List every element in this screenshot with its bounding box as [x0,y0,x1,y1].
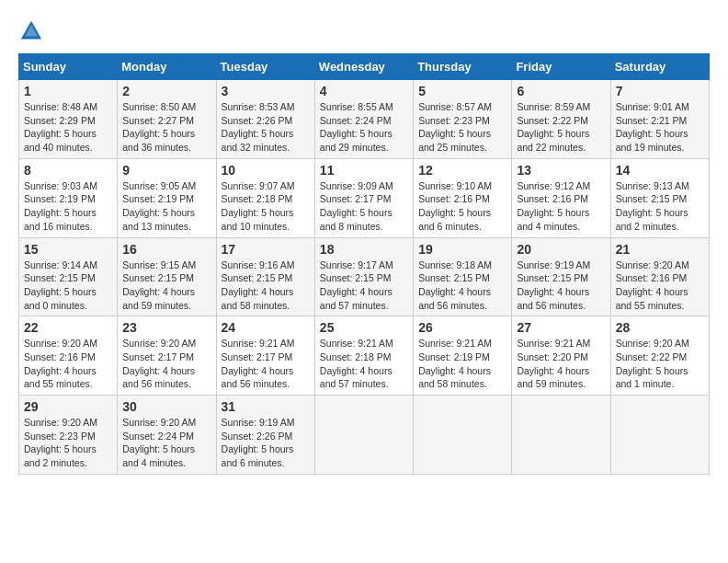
day-number: 5 [418,84,506,98]
calendar-cell: 31Sunrise: 9:19 AMSunset: 2:26 PMDayligh… [216,396,314,475]
day-number: 15 [24,242,112,257]
weekday-header: Monday [118,54,216,80]
day-info: Sunrise: 9:09 AMSunset: 2:17 PMDaylight:… [320,179,408,234]
day-number: 22 [24,320,112,335]
calendar-cell: 10Sunrise: 9:07 AMSunset: 2:18 PMDayligh… [216,158,314,237]
day-number: 1 [24,84,112,98]
day-number: 29 [24,399,112,414]
calendar-cell: 23Sunrise: 9:20 AMSunset: 2:17 PMDayligh… [118,316,216,396]
calendar-cell: 12Sunrise: 9:10 AMSunset: 2:16 PMDayligh… [414,158,512,237]
day-number: 6 [517,84,605,98]
calendar-cell: 19Sunrise: 9:18 AMSunset: 2:15 PMDayligh… [414,237,512,316]
weekday-header: Saturday [610,54,709,80]
calendar-cell [414,396,512,475]
day-info: Sunrise: 9:13 AMSunset: 2:15 PMDaylight:… [616,179,704,234]
calendar-cell: 27Sunrise: 9:21 AMSunset: 2:20 PMDayligh… [512,316,610,396]
calendar-cell: 22Sunrise: 9:20 AMSunset: 2:16 PMDayligh… [19,316,118,396]
calendar-cell: 8Sunrise: 9:03 AMSunset: 2:19 PMDaylight… [19,158,118,237]
day-number: 12 [418,163,506,178]
day-number: 24 [222,320,310,335]
day-info: Sunrise: 9:17 AMSunset: 2:15 PMDaylight:… [320,259,408,313]
day-number: 7 [616,84,704,98]
day-info: Sunrise: 9:14 AMSunset: 2:15 PMDaylight:… [24,259,112,313]
day-info: Sunrise: 9:20 AMSunset: 2:16 PMDaylight:… [24,337,112,391]
calendar-cell: 15Sunrise: 9:14 AMSunset: 2:15 PMDayligh… [19,237,118,316]
calendar-cell [610,396,709,475]
day-number: 4 [320,84,408,98]
weekday-header: Friday [512,54,610,80]
calendar-cell: 7Sunrise: 9:01 AMSunset: 2:21 PMDaylight… [610,80,709,159]
day-info: Sunrise: 9:20 AMSunset: 2:22 PMDaylight:… [616,337,704,391]
day-number: 21 [616,242,704,257]
day-number: 9 [122,163,210,178]
calendar-cell: 30Sunrise: 9:20 AMSunset: 2:24 PMDayligh… [118,396,216,475]
calendar-cell: 25Sunrise: 9:21 AMSunset: 2:18 PMDayligh… [314,316,413,396]
weekday-header: Sunday [19,54,118,80]
calendar-cell: 3Sunrise: 8:53 AMSunset: 2:26 PMDaylight… [216,80,314,159]
day-info: Sunrise: 9:21 AMSunset: 2:17 PMDaylight:… [222,337,310,391]
day-info: Sunrise: 9:20 AMSunset: 2:16 PMDaylight:… [616,259,704,313]
calendar-cell: 29Sunrise: 9:20 AMSunset: 2:23 PMDayligh… [19,396,118,475]
day-info: Sunrise: 9:20 AMSunset: 2:23 PMDaylight:… [24,416,112,470]
day-info: Sunrise: 9:21 AMSunset: 2:18 PMDaylight:… [320,337,408,391]
day-info: Sunrise: 9:03 AMSunset: 2:19 PMDaylight:… [24,179,112,234]
calendar-cell: 21Sunrise: 9:20 AMSunset: 2:16 PMDayligh… [610,237,709,316]
day-number: 10 [222,163,310,178]
weekday-header: Thursday [414,54,512,80]
calendar-cell: 2Sunrise: 8:50 AMSunset: 2:27 PMDaylight… [118,80,216,159]
day-info: Sunrise: 9:21 AMSunset: 2:19 PMDaylight:… [418,337,506,391]
calendar-cell: 17Sunrise: 9:16 AMSunset: 2:15 PMDayligh… [216,237,314,316]
calendar-table: SundayMondayTuesdayWednesdayThursdayFrid… [18,53,710,475]
day-number: 19 [418,242,506,257]
calendar-cell: 4Sunrise: 8:55 AMSunset: 2:24 PMDaylight… [314,80,413,159]
calendar-cell [512,396,610,475]
day-info: Sunrise: 9:18 AMSunset: 2:15 PMDaylight:… [418,259,506,313]
calendar-cell: 6Sunrise: 8:59 AMSunset: 2:22 PMDaylight… [512,80,610,159]
day-number: 13 [517,163,605,178]
calendar-cell: 24Sunrise: 9:21 AMSunset: 2:17 PMDayligh… [216,316,314,396]
calendar-cell: 1Sunrise: 8:48 AMSunset: 2:29 PMDaylight… [19,80,118,159]
day-info: Sunrise: 8:48 AMSunset: 2:29 PMDaylight:… [24,100,112,155]
day-info: Sunrise: 8:57 AMSunset: 2:23 PMDaylight:… [418,100,506,155]
day-info: Sunrise: 9:10 AMSunset: 2:16 PMDaylight:… [418,179,506,234]
day-number: 8 [24,163,112,178]
day-number: 30 [122,399,210,414]
day-number: 18 [320,242,408,257]
day-number: 23 [122,320,210,335]
calendar-cell: 28Sunrise: 9:20 AMSunset: 2:22 PMDayligh… [610,316,709,396]
day-number: 25 [320,320,408,335]
day-number: 26 [418,320,506,335]
day-info: Sunrise: 9:07 AMSunset: 2:18 PMDaylight:… [222,179,310,234]
day-info: Sunrise: 8:53 AMSunset: 2:26 PMDaylight:… [222,100,310,155]
day-number: 20 [517,242,605,257]
logo-icon [18,18,44,44]
day-info: Sunrise: 9:19 AMSunset: 2:26 PMDaylight:… [222,416,310,470]
day-info: Sunrise: 9:12 AMSunset: 2:16 PMDaylight:… [517,179,605,234]
calendar-cell: 26Sunrise: 9:21 AMSunset: 2:19 PMDayligh… [414,316,512,396]
calendar-cell: 11Sunrise: 9:09 AMSunset: 2:17 PMDayligh… [314,158,413,237]
calendar-cell [314,396,413,475]
day-info: Sunrise: 9:05 AMSunset: 2:19 PMDaylight:… [122,179,210,234]
day-info: Sunrise: 9:15 AMSunset: 2:15 PMDaylight:… [122,259,210,313]
day-number: 31 [222,399,310,414]
day-info: Sunrise: 8:50 AMSunset: 2:27 PMDaylight:… [122,100,210,155]
day-number: 27 [517,320,605,335]
day-number: 16 [122,242,210,257]
logo [18,18,50,44]
calendar-cell: 5Sunrise: 8:57 AMSunset: 2:23 PMDaylight… [414,80,512,159]
day-info: Sunrise: 8:59 AMSunset: 2:22 PMDaylight:… [517,100,605,155]
day-number: 28 [616,320,704,335]
day-info: Sunrise: 9:20 AMSunset: 2:17 PMDaylight:… [122,337,210,391]
day-number: 17 [222,242,310,257]
day-number: 3 [222,84,310,98]
day-info: Sunrise: 9:01 AMSunset: 2:21 PMDaylight:… [616,100,704,155]
weekday-header: Tuesday [216,54,314,80]
day-number: 14 [616,163,704,178]
page-header [18,18,710,44]
calendar-cell: 20Sunrise: 9:19 AMSunset: 2:15 PMDayligh… [512,237,610,316]
calendar-cell: 14Sunrise: 9:13 AMSunset: 2:15 PMDayligh… [610,158,709,237]
calendar-cell: 13Sunrise: 9:12 AMSunset: 2:16 PMDayligh… [512,158,610,237]
calendar-cell: 16Sunrise: 9:15 AMSunset: 2:15 PMDayligh… [118,237,216,316]
calendar-cell: 9Sunrise: 9:05 AMSunset: 2:19 PMDaylight… [118,158,216,237]
day-info: Sunrise: 9:21 AMSunset: 2:20 PMDaylight:… [517,337,605,391]
